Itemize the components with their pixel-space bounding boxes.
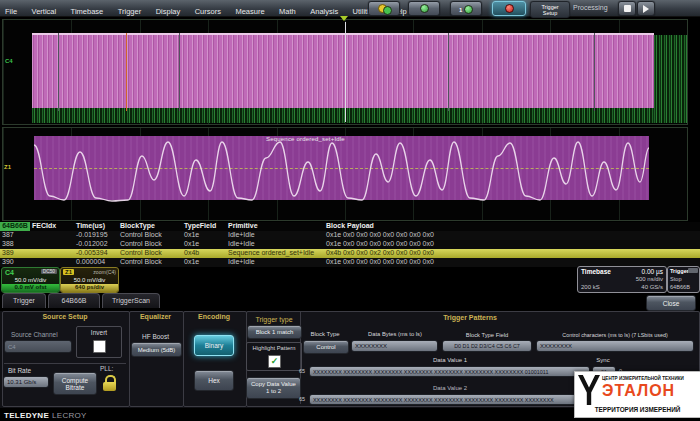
trigger-mode-icons: [688, 268, 698, 273]
auto-setup-icon: [378, 4, 390, 13]
watermark-name: ЭТАЛОН: [602, 382, 698, 400]
brand-lecroy: LECROY: [52, 411, 87, 420]
col-payload: Block Payload: [326, 222, 374, 229]
marker-line-gray-3: [448, 33, 449, 111]
highlight-pattern-checkbox[interactable]: ✓: [268, 355, 281, 368]
data-value-1-field[interactable]: XXXXXXXX XXXXXXXX XXXXXXXX XXXXXXXX XXXX…: [309, 366, 590, 377]
waveform-grid-z1[interactable]: Z1 Sequence ordered_set+Idle: [2, 127, 688, 221]
col-fecidx: FECIdx: [32, 222, 56, 229]
trigger-type-title: Trigger type: [248, 316, 300, 323]
menu-timebase[interactable]: Timebase: [66, 4, 109, 16]
z1-scale: 50.0 mV/div: [61, 277, 118, 283]
play-acquisition-button[interactable]: [637, 1, 655, 16]
auto-setup-button[interactable]: [368, 1, 400, 16]
z1-grid-label: Z1: [4, 164, 11, 170]
marker-line-gray-4: [594, 33, 595, 111]
bit-rate-field[interactable]: 10.31 Gb/s: [3, 376, 49, 388]
table-row-selected[interactable]: 389 -0.005394 Control Block 0x4b Sequenc…: [0, 249, 700, 258]
c4-name: C4: [5, 269, 14, 276]
z1-descriptor-box[interactable]: Z1 zoom(C4) 50.0 mV/div 640 ps/div: [60, 267, 119, 293]
trigger-setup-button[interactable]: Trigger Setup: [530, 1, 570, 18]
trigger-type: 64B66B: [670, 284, 690, 290]
play-icon: [643, 5, 649, 13]
marker-line-orange: [126, 33, 127, 111]
sync-label: Sync: [589, 357, 617, 363]
brand-teledyne: TELEDYNE: [4, 411, 49, 420]
timebase-position: 0.00 µs: [642, 268, 663, 275]
timebase-samplerate: 40 GS/s: [641, 284, 663, 290]
normal-trigger-icon: [420, 4, 429, 13]
trigger-title: Trigger: [670, 268, 689, 274]
bit-index-msb-1: 65: [299, 368, 305, 374]
stop-acquisition-button[interactable]: [618, 1, 636, 16]
table-row[interactable]: 388 -0.012002 Control Block 0x1e Idle+Id…: [0, 240, 700, 249]
invert-group: Invert: [76, 326, 122, 358]
block-type-field-label: Block Type Field: [441, 332, 533, 338]
trigger-mode: Stop: [670, 276, 682, 282]
encoding-hex-button[interactable]: Hex: [194, 370, 234, 391]
control-chars-field[interactable]: XXXXXXXX: [536, 340, 694, 352]
single-trigger-button[interactable]: 1: [450, 1, 482, 16]
menu-analysis[interactable]: Analysis: [305, 4, 343, 16]
data-value-1-label: Data Value 1: [370, 357, 530, 363]
block-type-label: Block Type: [302, 331, 348, 337]
source-setup-title: Source Setup: [2, 313, 128, 320]
menu-measure[interactable]: Measure: [230, 4, 269, 16]
z1-name: Z1: [63, 269, 74, 275]
timebase-descriptor-box[interactable]: Timebase 0.00 µs 500 ns/div 200 kS 40 GS…: [577, 266, 667, 293]
trigger-marker-icon[interactable]: [340, 16, 348, 21]
c4-offset: 0.0 mV ofst: [2, 284, 59, 292]
encoding-title: Encoding: [183, 313, 245, 320]
equalizer-title: Equalizer: [129, 313, 182, 320]
stop-trigger-icon: [505, 4, 514, 13]
c4-descriptor-box[interactable]: C4 DC50 50.0 mV/div 0.0 mV ofst: [1, 267, 60, 293]
hf-boost-dropdown[interactable]: Medium (5dB): [131, 342, 182, 357]
timebase-scale: 500 ns/div: [636, 276, 663, 282]
trigger-setup-label-2: Setup: [541, 10, 558, 16]
marker-line-gray-2: [179, 33, 180, 111]
close-button[interactable]: Close: [646, 295, 696, 311]
timebase-memory: 200 kS: [581, 284, 600, 290]
pll-label: PLL:: [100, 365, 113, 372]
menu-display[interactable]: Display: [151, 4, 186, 16]
hf-boost-label: HF Boost: [129, 333, 182, 340]
block-type-dropdown[interactable]: Control: [303, 340, 349, 354]
menu-vertical[interactable]: Vertical: [27, 4, 62, 16]
data-value-2-label: Data Value 2: [370, 385, 530, 391]
stop-trigger-button[interactable]: [492, 1, 526, 16]
block-match-button[interactable]: Block 1 match: [247, 325, 302, 339]
invert-checkbox[interactable]: [93, 340, 106, 353]
data-value-2-field[interactable]: XXXXXXXX XXXXXXXX XXXXXXXX XXXXXXXX XXXX…: [309, 394, 590, 405]
copy-data-value-button[interactable]: Copy Data Value 1 to 2: [246, 377, 301, 399]
source-setup-divider: [4, 363, 126, 364]
table-row[interactable]: 387 -0.019195 Control Block 0x1e Idle+Id…: [0, 231, 700, 240]
etalon-watermark: ЦЕНТР ИЗМЕРИТЕЛЬНОЙ ТЕХНИКИ ЭТАЛОН ТЕРРИ…: [574, 371, 700, 418]
watermark-bottom-text: ТЕРРИТОРИЯ ИЗМЕРЕНИЙ: [577, 406, 698, 413]
c4-scale: 50.0 mV/div: [2, 277, 59, 283]
waveform-grid-c4[interactable]: C4: [2, 19, 688, 125]
watermark-top-text: ЦЕНТР ИЗМЕРИТЕЛЬНОЙ ТЕХНИКИ: [602, 376, 698, 381]
data-bytes-label: Data Bytes (ms to ls): [350, 331, 440, 337]
menu-trigger[interactable]: Trigger: [113, 4, 146, 16]
encoding-section: [183, 311, 247, 407]
tab-triggerscan[interactable]: TriggerScan: [102, 293, 160, 308]
menu-math[interactable]: Math: [274, 4, 301, 16]
block-type-field-field[interactable]: D0 D1 D2 D3/C4 C5 C6 C7: [442, 340, 532, 352]
processing-label: Processing: [573, 4, 608, 11]
z1-timebase: 640 ps/div: [61, 284, 118, 292]
encoding-binary-button[interactable]: Binary: [194, 335, 234, 356]
trigger-descriptor-box[interactable]: Trigger Stop 64B66B: [667, 266, 700, 293]
source-channel-field[interactable]: C4: [4, 340, 72, 353]
menu-cursors[interactable]: Cursors: [190, 4, 226, 16]
menu-file[interactable]: File: [0, 4, 22, 16]
normal-trigger-button[interactable]: [408, 1, 440, 16]
data-bytes-field[interactable]: XXXXXXXX: [351, 340, 438, 352]
timebase-title: Timebase: [581, 268, 611, 275]
tab-64b66b[interactable]: 64B66B: [48, 293, 100, 308]
compute-bitrate-button[interactable]: Compute Bitrate: [53, 372, 97, 395]
tab-trigger[interactable]: Trigger: [2, 293, 46, 308]
bit-index-msb-2: 65: [299, 396, 305, 402]
table-header-row: 64B66B FECIdx Time(us) BlockType TypeFie…: [0, 222, 700, 231]
decode-annotation: Sequence ordered_set+Idle: [266, 136, 345, 142]
highlight-pattern-group: Highlight Pattern ✓: [246, 342, 302, 371]
